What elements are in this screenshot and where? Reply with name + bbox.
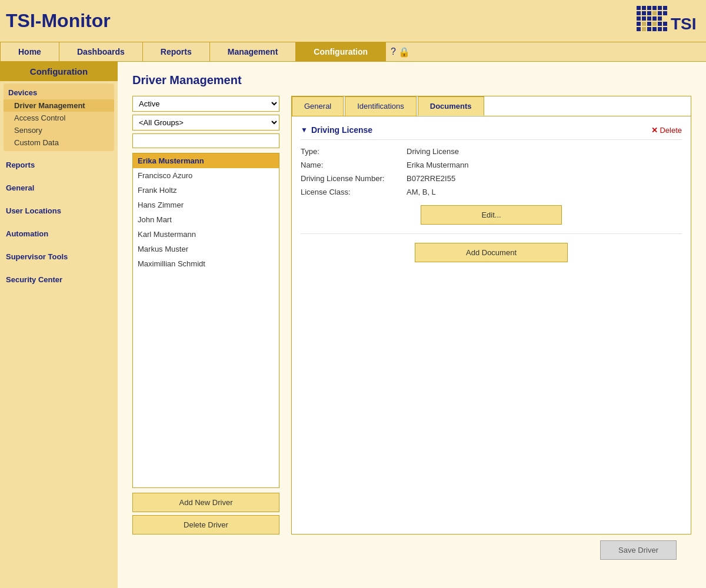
save-driver-button[interactable]: Save Driver bbox=[600, 540, 677, 560]
tsi-logo-svg: TSI bbox=[635, 5, 700, 37]
svg-rect-4 bbox=[647, 6, 651, 10]
sidebar-supervisor-tools-section: Supervisor Tools bbox=[0, 245, 118, 268]
sidebar-item-user-locations[interactable]: User Locations bbox=[0, 203, 118, 219]
nav-configuration[interactable]: Configuration bbox=[296, 42, 386, 61]
license-class-label: License Class: bbox=[301, 188, 407, 196]
driver-panel: Active Inactive All <All Groups> Erika M… bbox=[132, 96, 279, 534]
svg-rect-31 bbox=[642, 27, 646, 31]
main-content: Driver Management Active Inactive All <A… bbox=[118, 62, 706, 588]
x-icon: ✕ bbox=[651, 126, 658, 135]
sidebar-item-general[interactable]: General bbox=[0, 180, 118, 196]
add-new-driver-button[interactable]: Add New Driver bbox=[132, 493, 279, 512]
driver-list-item[interactable]: Erika Mustermann bbox=[133, 153, 279, 168]
sidebar-user-locations-section: User Locations bbox=[0, 199, 118, 222]
sidebar-item-supervisor-tools[interactable]: Supervisor Tools bbox=[0, 249, 118, 265]
svg-rect-19 bbox=[647, 22, 651, 26]
svg-rect-6 bbox=[658, 6, 662, 10]
sidebar-header: Configuration bbox=[0, 62, 118, 81]
driver-list-item[interactable]: Karl Mustermann bbox=[133, 227, 279, 242]
sidebar-item-reports[interactable]: Reports bbox=[0, 157, 118, 173]
sidebar-item-automation[interactable]: Automation bbox=[0, 226, 118, 242]
nav-home[interactable]: Home bbox=[0, 42, 59, 61]
sidebar-item-devices[interactable]: Devices bbox=[4, 86, 114, 99]
sidebar-item-driver-management[interactable]: Driver Management bbox=[4, 99, 114, 112]
delete-document-button[interactable]: ✕ Delete bbox=[651, 126, 682, 135]
license-number-value: B072RRE2I55 bbox=[407, 174, 455, 183]
group-filter[interactable]: <All Groups> bbox=[132, 115, 279, 131]
svg-rect-14 bbox=[642, 16, 646, 21]
type-label: Type: bbox=[301, 147, 407, 156]
driver-list-item[interactable]: Hans Zimmer bbox=[133, 198, 279, 212]
svg-rect-3 bbox=[642, 6, 646, 10]
sidebar-item-sensory[interactable]: Sensory bbox=[4, 124, 114, 136]
svg-rect-15 bbox=[647, 16, 651, 21]
sidebar-item-security-center[interactable]: Security Center bbox=[0, 272, 118, 288]
svg-rect-21 bbox=[663, 22, 667, 26]
lock-icon[interactable]: 🔒 bbox=[398, 46, 410, 58]
svg-rect-18 bbox=[637, 22, 641, 26]
nav-icons: ? 🔒 bbox=[386, 42, 415, 61]
delete-driver-button[interactable]: Delete Driver bbox=[132, 515, 279, 534]
driver-list-item[interactable]: John Mart bbox=[133, 212, 279, 227]
driver-list-item[interactable]: Markus Muster bbox=[133, 242, 279, 256]
status-filter[interactable]: Active Inactive All bbox=[132, 96, 279, 112]
name-field: Name: Erika Mustermann bbox=[301, 161, 682, 169]
page-title: Driver Management bbox=[132, 74, 691, 87]
driver-list-item[interactable]: Francisco Azuro bbox=[133, 168, 279, 183]
svg-rect-16 bbox=[652, 16, 657, 21]
nav-management[interactable]: Management bbox=[210, 42, 297, 61]
svg-text:TSI: TSI bbox=[671, 15, 697, 33]
svg-rect-30 bbox=[652, 22, 657, 26]
svg-rect-11 bbox=[658, 11, 662, 15]
divider bbox=[301, 233, 682, 234]
edit-document-button[interactable]: Edit... bbox=[421, 205, 562, 225]
license-number-field: Driving License Number: B072RRE2I55 bbox=[301, 174, 682, 183]
sidebar-general-section: General bbox=[0, 176, 118, 199]
driver-list: Erika Mustermann Francisco Azuro Frank H… bbox=[132, 153, 279, 488]
svg-rect-26 bbox=[658, 27, 662, 31]
driver-buttons: Add New Driver Delete Driver bbox=[132, 493, 279, 534]
section-title-left: ▼ Driving License bbox=[301, 125, 372, 135]
type-value: Driving License bbox=[407, 147, 459, 156]
layout: Configuration Devices Driver Management … bbox=[0, 62, 706, 588]
detail-panel: General Identifications Documents ▼ Driv… bbox=[291, 96, 691, 534]
svg-rect-5 bbox=[652, 6, 657, 10]
nav-dashboards[interactable]: Dashboards bbox=[59, 42, 143, 61]
sidebar-automation-section: Automation bbox=[0, 222, 118, 245]
svg-rect-25 bbox=[652, 27, 657, 31]
save-area: Save Driver bbox=[132, 534, 691, 566]
name-value: Erika Mustermann bbox=[407, 161, 468, 169]
document-section-title: Driving License bbox=[311, 125, 372, 135]
svg-rect-20 bbox=[658, 22, 662, 26]
sidebar-reports-section: Reports bbox=[0, 153, 118, 176]
tab-documents[interactable]: Documents bbox=[418, 96, 484, 116]
license-class-field: License Class: AM, B, L bbox=[301, 188, 682, 196]
sidebar: Configuration Devices Driver Management … bbox=[0, 62, 118, 588]
help-icon[interactable]: ? bbox=[391, 46, 396, 57]
search-input[interactable] bbox=[132, 133, 279, 148]
tsi-logo-area: TSI bbox=[635, 5, 700, 37]
delete-label: Delete bbox=[660, 126, 682, 135]
svg-rect-27 bbox=[663, 27, 667, 31]
svg-rect-8 bbox=[637, 11, 641, 15]
driver-list-item[interactable]: Maximillian Schmidt bbox=[133, 256, 279, 271]
driver-list-item[interactable]: Frank Holtz bbox=[133, 183, 279, 198]
detail-tabs: General Identifications Documents bbox=[292, 96, 691, 116]
sidebar-item-access-control[interactable]: Access Control bbox=[4, 112, 114, 124]
name-label: Name: bbox=[301, 161, 407, 169]
sidebar-security-center-section: Security Center bbox=[0, 268, 118, 291]
license-class-value: AM, B, L bbox=[407, 188, 436, 196]
svg-rect-2 bbox=[637, 6, 641, 10]
type-field: Type: Driving License bbox=[301, 147, 682, 156]
add-document-button[interactable]: Add Document bbox=[415, 243, 568, 262]
content-area: Active Inactive All <All Groups> Erika M… bbox=[132, 96, 691, 534]
tab-general[interactable]: General bbox=[292, 96, 344, 116]
document-section-header: ▼ Driving License ✕ Delete bbox=[301, 125, 682, 140]
svg-rect-28 bbox=[652, 11, 657, 15]
tab-identifications[interactable]: Identifications bbox=[345, 96, 417, 116]
nav-reports[interactable]: Reports bbox=[143, 42, 210, 61]
sidebar-item-custom-data[interactable]: Custom Data bbox=[4, 136, 114, 149]
svg-rect-29 bbox=[642, 22, 646, 26]
svg-rect-24 bbox=[647, 27, 651, 31]
collapse-triangle-icon[interactable]: ▼ bbox=[301, 126, 308, 134]
